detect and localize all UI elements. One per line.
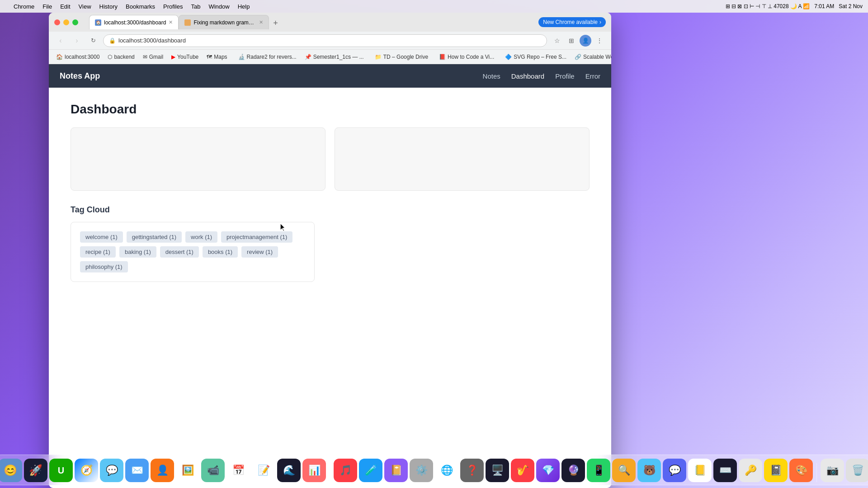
dock-music2[interactable]: 🎷 xyxy=(511,459,534,482)
dock-preview[interactable]: 🔍 xyxy=(612,459,636,482)
dock-whatsapp[interactable]: 📱 xyxy=(587,459,610,482)
bookmark-semester[interactable]: 📌 Semester1_1cs — ... xyxy=(301,52,368,61)
dock-instastats[interactable]: 📊 xyxy=(302,459,326,482)
dock-flow[interactable]: 🌊 xyxy=(277,459,301,482)
tag-books[interactable]: books (1) xyxy=(203,246,238,258)
bookmark-gmail[interactable]: ✉ Gmail xyxy=(139,52,167,61)
tag-dessert[interactable]: dessert (1) xyxy=(160,246,199,258)
menu-edit[interactable]: Edit xyxy=(60,3,70,10)
nav-dashboard[interactable]: Dashboard xyxy=(511,72,544,80)
forward-button[interactable]: › xyxy=(71,34,83,47)
dock-music[interactable]: 🎵 xyxy=(334,459,357,482)
dock-calendar[interactable]: 📅 xyxy=(226,459,250,482)
dock-reminders[interactable]: 📝 xyxy=(252,459,275,482)
dock-two-factor[interactable]: 🔑 xyxy=(739,459,762,482)
dock-photos[interactable]: 🖼️ xyxy=(176,459,199,482)
bookmark-scalable-label: Scalable WebSock... xyxy=(583,54,611,60)
dock-facetime[interactable]: 📹 xyxy=(201,459,225,482)
tag-baking[interactable]: baking (1) xyxy=(119,246,156,258)
tab-active[interactable]: 🏠 localhost:3000/dashboard ✕ xyxy=(89,15,179,29)
menu-tab[interactable]: Tab xyxy=(191,3,200,10)
dock-virtualbuddy[interactable]: 🐻 xyxy=(637,459,661,482)
dock-launchpad[interactable]: 🚀 xyxy=(24,459,47,482)
dock-messages[interactable]: 💬 xyxy=(100,459,123,482)
tab-inactive[interactable]: Fixing markdown grammar — ✕ xyxy=(179,15,269,29)
tag-work[interactable]: work (1) xyxy=(185,231,217,243)
tag-philosophy[interactable]: philosophy (1) xyxy=(80,261,128,272)
bookmark-td[interactable]: 📁 TD – Google Drive xyxy=(371,52,432,61)
dock-help-center[interactable]: ❓ xyxy=(460,459,484,482)
tag-welcome[interactable]: welcome (1) xyxy=(80,231,123,243)
tab-close-inactive[interactable]: ✕ xyxy=(259,19,263,25)
address-bar[interactable]: 🔒 localhost:3000/dashboard xyxy=(103,34,547,47)
page-content: Notes App Notes Dashboard Profile Error … xyxy=(49,64,611,488)
back-button[interactable]: ‹ xyxy=(54,34,67,47)
dock-obsidian[interactable]: 🔮 xyxy=(561,459,585,482)
dock-separator-1 xyxy=(330,463,330,482)
tag-recipe[interactable]: recipe (1) xyxy=(80,246,116,258)
new-tab-button[interactable]: + xyxy=(269,17,282,29)
dock-screenshot[interactable]: 📷 xyxy=(821,459,844,482)
menu-profiles[interactable]: Profiles xyxy=(163,3,183,10)
bookmark-localhost[interactable]: 🏠 localhost:3000 xyxy=(52,52,103,61)
bookmark-scalable[interactable]: 🔗 Scalable WebSock... xyxy=(571,52,611,61)
tag-gettingstarted[interactable]: gettingstarted (1) xyxy=(127,231,182,243)
menubar: Chrome File Edit View History Bookmarks … xyxy=(0,0,868,13)
dock-mail[interactable]: ✉️ xyxy=(125,459,149,482)
nav-notes[interactable]: Notes xyxy=(483,72,500,80)
minimize-button[interactable] xyxy=(63,19,69,25)
tag-badges: welcome (1) gettingstarted (1) work (1) … xyxy=(80,231,305,272)
bookmark-howto[interactable]: 📕 How to Code a Vi... xyxy=(435,52,498,61)
dock-trash[interactable]: 🗑️ xyxy=(846,459,868,482)
dock-notion[interactable]: 📒 xyxy=(688,459,712,482)
tab-bar: 🏠 localhost:3000/dashboard ✕ Fixing mark… xyxy=(85,15,535,29)
dock-creative[interactable]: 🎨 xyxy=(789,459,813,482)
bookmark-youtube[interactable]: ▶ YouTube xyxy=(168,52,202,61)
menu-bookmarks[interactable]: Bookmarks xyxy=(126,3,155,10)
tag-review[interactable]: review (1) xyxy=(241,246,278,258)
dock-upwork[interactable]: U xyxy=(49,459,73,482)
tab-close-active[interactable]: ✕ xyxy=(169,19,173,25)
bookmark-radare2-icon: 🔬 xyxy=(238,54,245,60)
dock-finder[interactable]: 😊 xyxy=(0,459,22,482)
dock-notchmeister[interactable]: 🖥️ xyxy=(486,459,509,482)
tag-projectmanagement[interactable]: projectmanagement (1) xyxy=(221,231,292,243)
dock-iterm[interactable]: ⌨️ xyxy=(713,459,737,482)
dock-notes3[interactable]: 📓 xyxy=(764,459,788,482)
menu-view[interactable]: View xyxy=(79,3,91,10)
tab-title-active: localhost:3000/dashboard xyxy=(104,19,166,26)
reload-button[interactable]: ↻ xyxy=(87,34,99,47)
nav-profile[interactable]: Profile xyxy=(555,72,575,80)
dock-safari[interactable]: 🧭 xyxy=(75,459,98,482)
nav-error[interactable]: Error xyxy=(585,72,600,80)
dock-sysprefs[interactable]: ⚙️ xyxy=(410,459,433,482)
dock-chrome[interactable]: 🌐 xyxy=(435,459,458,482)
tag-cloud-title: Tag Cloud xyxy=(71,205,590,215)
bookmark-maps[interactable]: 🗺 Maps xyxy=(203,52,231,61)
menu-history[interactable]: History xyxy=(99,3,118,10)
bookmark-star-button[interactable]: ☆ xyxy=(551,34,563,47)
dock-contacts[interactable]: 👤 xyxy=(151,459,174,482)
bookmark-backend[interactable]: ⬡ backend xyxy=(104,52,138,61)
dock-testflight[interactable]: 🧪 xyxy=(359,459,382,482)
dock-discord[interactable]: 💬 xyxy=(663,459,686,482)
extensions-button[interactable]: ⊞ xyxy=(565,34,578,47)
menu-file[interactable]: File xyxy=(42,3,52,10)
menu-window[interactable]: Window xyxy=(208,3,229,10)
bookmarks-bar: 🏠 localhost:3000 ⬡ backend ✉ Gmail ▶ You… xyxy=(49,50,611,64)
address-text: localhost:3000/dashboard xyxy=(118,37,186,44)
menu-help[interactable]: Help xyxy=(238,3,250,10)
bookmark-radare2[interactable]: 🔬 Radare2 for revers... xyxy=(235,52,300,61)
chrome-update-badge[interactable]: New Chrome available › xyxy=(538,17,606,27)
more-button[interactable]: ⋮ xyxy=(593,34,606,47)
bookmark-maps-label: Maps xyxy=(214,54,227,60)
menu-chrome[interactable]: Chrome xyxy=(14,3,34,10)
dock-opal[interactable]: 💎 xyxy=(536,459,560,482)
dock-notes-app[interactable]: 📔 xyxy=(384,459,408,482)
bookmark-backend-icon: ⬡ xyxy=(108,54,112,60)
maximize-button[interactable] xyxy=(72,19,78,25)
close-button[interactable] xyxy=(54,19,60,25)
profile-avatar[interactable]: 👤 xyxy=(580,35,591,47)
bookmark-svg[interactable]: 🔷 SVG Repo – Free S... xyxy=(501,52,570,61)
charts-row xyxy=(71,127,590,191)
